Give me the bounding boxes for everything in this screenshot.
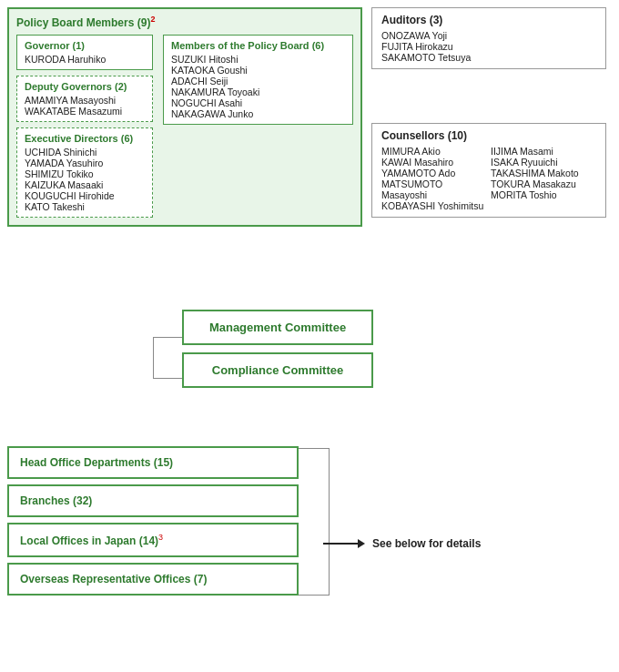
committee-area: Management Committee Compliance Committe… <box>182 310 373 395</box>
counsellor-c1-0: MIMURA Akio <box>381 146 487 157</box>
counsellor-c2-0: IIJIMA Masami <box>491 146 596 157</box>
counsellor-c1-4: KOBAYASHI Yoshimitsu <box>381 200 487 211</box>
exec-member-1: YAMADA Yasuhiro <box>25 158 145 168</box>
members-title: Members of the Policy Board (6) <box>171 40 345 51</box>
counsellor-c2-2: TAKASHIMA Makoto <box>491 168 596 178</box>
dept-label-2: Local Offices in Japan (14) <box>20 535 158 547</box>
exec-title: Executive Directors (6) <box>25 133 145 144</box>
exec-member-2: SHIMIZU Tokiko <box>25 168 145 179</box>
pb-member-2: ADACHI Seiji <box>171 76 345 87</box>
connector-line-v <box>153 337 154 379</box>
inner-boxes: Governor (1) KURODA Haruhiko Deputy Gove… <box>16 35 353 218</box>
counsellor-c1-2: YAMAMOTO Ado <box>381 168 487 178</box>
pb-member-4: NOGUCHI Asahi <box>171 97 345 108</box>
dept-box-0: Head Office Departments (15) <box>7 446 299 479</box>
exec-member-3: KAIZUKA Masaaki <box>25 179 145 190</box>
pb-member-1: KATAOKA Goushi <box>171 65 345 76</box>
counsellors-grid: MIMURA Akio KAWAI Masahiro YAMAMOTO Ado … <box>381 146 596 211</box>
members-policy-board-box: Members of the Policy Board (6) SUZUKI H… <box>163 35 353 125</box>
dept-box-1: Branches (32) <box>7 484 299 517</box>
pb-member-0: SUZUKI Hitoshi <box>171 54 345 65</box>
see-below-text: See below for details <box>372 537 481 550</box>
governor-member-0: KURODA Haruhiko <box>25 54 145 65</box>
management-committee-label: Management Committee <box>209 321 346 334</box>
compliance-committee-box: Compliance Committee <box>182 352 373 388</box>
counsellors-box: Counsellors (10) MIMURA Akio KAWAI Masah… <box>371 123 606 218</box>
auditors-box: Auditors (3) ONOZAWA Yoji FUJITA Hirokaz… <box>371 7 606 69</box>
auditor-2: SAKAMOTO Tetsuya <box>381 52 596 63</box>
right-column: Members of the Policy Board (6) SUZUKI H… <box>163 35 353 218</box>
executive-directors-box: Executive Directors (6) UCHIDA Shinichi … <box>16 127 153 218</box>
bottom-section: Head Office Departments (15) Branches (3… <box>7 446 371 601</box>
exec-member-4: KOUGUCHI Hirohide <box>25 190 145 201</box>
policy-board-title: Policy Board Members (9)2 <box>16 15 353 29</box>
policy-board-superscript: 2 <box>150 15 155 24</box>
left-column: Governor (1) KURODA Haruhiko Deputy Gove… <box>16 35 157 218</box>
counsellors-title: Counsellors (10) <box>381 129 596 142</box>
deputy-member-1: WAKATABE Masazumi <box>25 106 145 117</box>
pb-member-5: NAKAGAWA Junko <box>171 108 345 119</box>
deputy-title: Deputy Governors (2) <box>25 81 145 92</box>
management-committee-box: Management Committee <box>182 310 373 345</box>
counsellor-c1-3: MATSUMOTO Masayoshi <box>381 178 487 200</box>
dept-superscript-2: 3 <box>158 533 163 542</box>
pb-member-3: NAKAMURA Toyoaki <box>171 87 345 97</box>
auditor-0: ONOZAWA Yoji <box>381 30 596 41</box>
dept-box-2: Local Offices in Japan (14)3 <box>7 523 299 557</box>
policy-board-title-text: Policy Board Members (9) <box>16 16 150 29</box>
exec-member-0: UCHIDA Shinichi <box>25 147 145 158</box>
dept-label-0: Head Office Departments (15) <box>20 456 173 469</box>
auditors-title: Auditors (3) <box>381 14 596 26</box>
exec-member-5: KATO Takeshi <box>25 201 145 212</box>
main-container: Policy Board Members (9)2 Governor (1) K… <box>0 0 619 672</box>
auditor-1: FUJITA Hirokazu <box>381 41 596 52</box>
see-below-area: See below for details <box>323 537 481 550</box>
counsellor-c1-1: KAWAI Masahiro <box>381 157 487 168</box>
arrow-line <box>323 543 360 545</box>
dept-label-3: Overseas Representative Offices (7) <box>20 573 207 585</box>
counsellor-c2-1: ISAKA Ryuuichi <box>491 157 596 168</box>
counsellor-col1: MIMURA Akio KAWAI Masahiro YAMAMOTO Ado … <box>381 146 487 211</box>
dept-box-3: Overseas Representative Offices (7) <box>7 563 299 596</box>
deputy-governors-box: Deputy Governors (2) AMAMIYA Masayoshi W… <box>16 76 153 122</box>
governor-box: Governor (1) KURODA Haruhiko <box>16 35 153 70</box>
governor-title: Governor (1) <box>25 40 145 51</box>
deputy-member-0: AMAMIYA Masayoshi <box>25 95 145 106</box>
compliance-committee-label: Compliance Committee <box>212 363 343 377</box>
dept-label-1: Branches (32) <box>20 494 92 507</box>
counsellor-col2: IIJIMA Masami ISAKA Ryuuichi TAKASHIMA M… <box>491 146 596 211</box>
policy-board-outer: Policy Board Members (9)2 Governor (1) K… <box>7 7 362 227</box>
counsellor-c2-3: TOKURA Masakazu <box>491 178 596 189</box>
counsellor-c2-4: MORITA Toshio <box>491 189 596 200</box>
